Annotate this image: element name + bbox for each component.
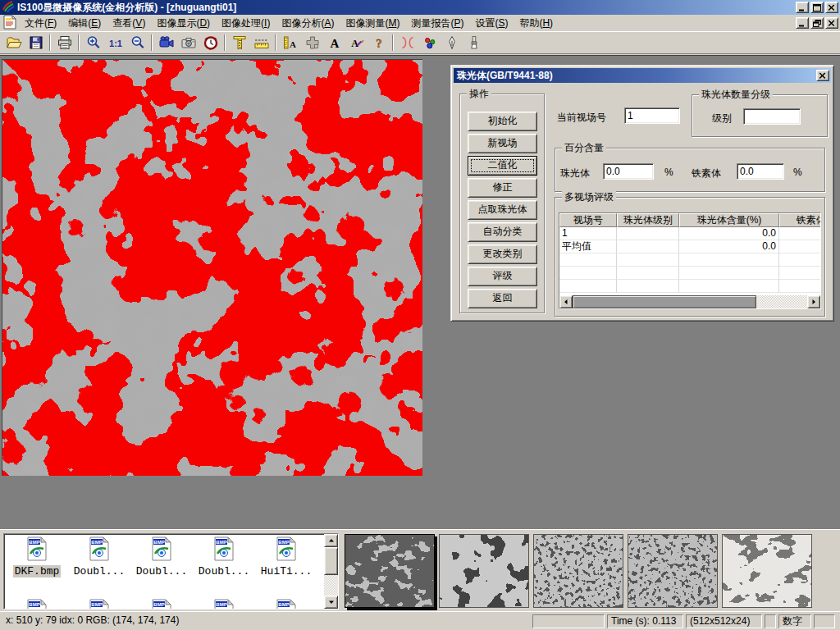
brush-button[interactable]	[463, 33, 485, 52]
scroll-up-button[interactable]	[324, 534, 338, 547]
thumbnail-1[interactable]	[345, 534, 435, 608]
grade-input[interactable]	[743, 108, 801, 125]
table-header-1[interactable]: 珠光体级别	[617, 213, 679, 227]
file-item-0[interactable]: BMP DKF.bmp	[6, 536, 68, 578]
print-button[interactable]	[53, 33, 75, 52]
camera-button[interactable]	[177, 33, 199, 52]
file-item-4[interactable]: BMP HuiTi...	[255, 536, 317, 578]
child-minimize-button[interactable]	[796, 17, 809, 29]
table-row-1[interactable]: 平均值0.0	[559, 240, 820, 253]
maximize-button[interactable]	[810, 2, 824, 13]
table-header-3[interactable]: 铁素体含量(%)	[779, 213, 821, 227]
table-row-4[interactable]	[559, 280, 820, 293]
menu-item-7[interactable]: 测量报告(P)	[405, 16, 469, 31]
op-button-8[interactable]: 返回	[468, 289, 537, 308]
open-folder-button[interactable]	[2, 33, 25, 52]
menu-item-4[interactable]: 图像处理(I)	[216, 16, 276, 31]
pearlite-percent-input[interactable]	[603, 163, 654, 180]
current-field-input[interactable]	[624, 107, 680, 124]
zoom-out-button[interactable]	[126, 33, 148, 52]
ferrite-percent-input[interactable]	[737, 163, 784, 180]
cross-button[interactable]	[301, 33, 323, 52]
measure-text-button[interactable]: A	[279, 33, 301, 52]
file-item-partial-2[interactable]: BMP	[130, 599, 193, 609]
child-close-button[interactable]	[825, 17, 838, 29]
rating-table[interactable]: 视场号珠光体级别珠光体含量(%)铁素体含量(%) 10.0平均值0.0	[559, 212, 821, 309]
child-restore-button[interactable]	[810, 17, 824, 29]
op-button-6[interactable]: 更改类别	[468, 244, 537, 264]
one-to-one-button[interactable]: 1:1	[104, 33, 126, 52]
scroll-down-button[interactable]	[324, 596, 338, 609]
zoom-in-icon	[85, 34, 102, 51]
clock-button[interactable]	[199, 33, 221, 52]
operations-group-label: 操作	[467, 88, 491, 99]
scrollbar-thumb[interactable]	[324, 547, 338, 575]
op-button-3[interactable]: 修正	[468, 178, 537, 198]
table-horizontal-scrollbar[interactable]	[559, 295, 820, 308]
help-button[interactable]: ?	[368, 33, 390, 52]
document-icon[interactable]	[3, 15, 16, 32]
close-button[interactable]	[825, 2, 838, 13]
op-button-5[interactable]: 自动分类	[468, 222, 537, 242]
annotate-button[interactable]: A	[345, 33, 368, 52]
file-list-scrollbar[interactable]	[324, 534, 338, 609]
op-button-4[interactable]: 点取珠光体	[468, 200, 537, 220]
menu-item-3[interactable]: 图像显示(D)	[151, 16, 216, 31]
caliper-vertical-button[interactable]	[228, 33, 250, 52]
file-item-1[interactable]: BMP Doubl...	[68, 536, 130, 578]
curve-button[interactable]	[396, 33, 418, 52]
table-header-2[interactable]: 珠光体含量(%)	[679, 213, 779, 227]
file-item-label: HuiTi...	[259, 565, 313, 578]
menu-item-5[interactable]: 图像分析(A)	[276, 16, 340, 31]
op-button-7[interactable]: 评级	[468, 267, 537, 286]
op-button-1[interactable]: 新视场	[468, 134, 537, 153]
thumbnail-3[interactable]	[533, 534, 623, 608]
menu-item-6[interactable]: 图像测量(M)	[340, 16, 405, 31]
points-button[interactable]	[418, 33, 441, 52]
scrollbar-thumb[interactable]	[573, 295, 756, 308]
menu-item-2[interactable]: 查看(V)	[107, 16, 151, 31]
scroll-left-button[interactable]	[559, 295, 573, 308]
menu-item-0[interactable]: 文件(F)	[19, 16, 62, 31]
letter-a-button[interactable]: A	[323, 33, 345, 52]
menu-item-1[interactable]: 编辑(E)	[62, 16, 107, 31]
menu-item-9[interactable]: 帮助(H)	[514, 16, 559, 31]
ruler-horizontal-button[interactable]	[250, 33, 272, 52]
dialog-close-button[interactable]	[816, 70, 829, 81]
pen-button[interactable]	[441, 33, 463, 52]
file-item-partial-3[interactable]: BMP	[193, 599, 255, 609]
file-item-partial-0[interactable]: BMP	[6, 599, 68, 609]
op-button-0[interactable]: 初始化	[468, 112, 537, 131]
table-row-2[interactable]	[559, 253, 820, 267]
table-cell	[779, 253, 821, 267]
file-item-partial-4[interactable]: BMP	[255, 599, 317, 609]
dialog-title: 珠光体(GB/T9441-88)	[457, 69, 553, 83]
menu-item-8[interactable]: 设置(S)	[469, 16, 514, 31]
file-item-3[interactable]: BMP Doubl...	[193, 536, 255, 578]
toolbar-separator	[151, 34, 153, 51]
minimize-button[interactable]	[796, 2, 809, 13]
file-list[interactable]: BMP BMP BMP BMP BMP BMP DKF.bmp	[3, 533, 339, 609]
specimen-image[interactable]	[2, 59, 422, 476]
file-item-2[interactable]: BMP Doubl...	[130, 536, 193, 578]
thumbnail-5[interactable]	[722, 534, 812, 608]
svg-text:BMP: BMP	[153, 602, 164, 607]
toolbar-separator	[224, 34, 226, 51]
table-cell	[559, 280, 617, 293]
file-item-partial-1[interactable]: BMP	[68, 599, 130, 609]
title-bar[interactable]: IS100显微摄像系统(金相分析版) - [zhuguangti01]	[0, 0, 840, 15]
thumbnail-4[interactable]	[628, 534, 718, 608]
measure-text-icon: A	[282, 34, 299, 51]
table-header-0[interactable]: 视场号	[559, 213, 617, 227]
save-button[interactable]	[25, 33, 47, 52]
table-row-0[interactable]: 10.0	[559, 227, 820, 240]
svg-text:BMP: BMP	[91, 602, 102, 607]
video-camera-button[interactable]	[155, 33, 177, 52]
op-button-2[interactable]: 二值化	[468, 156, 537, 176]
operations-group: 操作 初始化新视场二值化修正点取珠光体自动分类更改类别评级返回	[459, 94, 545, 313]
scroll-right-button[interactable]	[807, 295, 820, 308]
thumbnail-2[interactable]	[439, 534, 529, 608]
zoom-in-button[interactable]	[82, 33, 104, 52]
table-row-3[interactable]	[559, 267, 820, 280]
dialog-title-bar[interactable]: 珠光体(GB/T9441-88)	[454, 68, 831, 83]
